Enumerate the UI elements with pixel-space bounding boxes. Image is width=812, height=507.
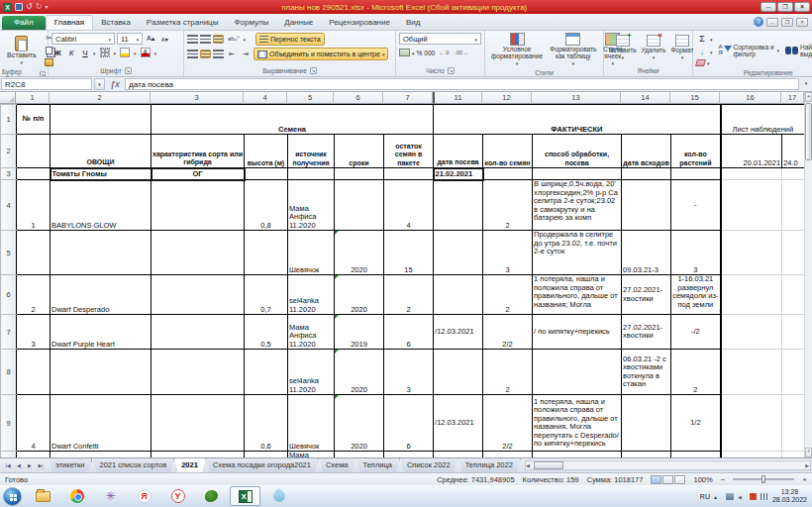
row-header[interactable]: 7 <box>1 315 17 350</box>
cell[interactable]: 09.03.21-3 <box>622 231 671 275</box>
cell[interactable] <box>782 180 804 231</box>
row-header[interactable]: 1 <box>1 105 17 135</box>
row-header[interactable]: 2 <box>1 135 17 168</box>
font-size-select[interactable]: 11 <box>117 33 143 45</box>
cell[interactable]: sel4anka 11.2020 <box>288 275 335 315</box>
dialog-launcher-icon[interactable] <box>125 67 132 74</box>
autosum-icon[interactable] <box>696 33 708 45</box>
column-header[interactable]: 1 <box>16 92 50 104</box>
bold-button[interactable]: Ж <box>51 47 63 58</box>
align-center-icon[interactable] <box>200 50 211 58</box>
align-top-icon[interactable] <box>187 35 198 44</box>
cell[interactable]: Семена <box>152 105 434 135</box>
action-center-icon[interactable] <box>750 493 757 500</box>
cell[interactable] <box>434 180 483 231</box>
page-layout-view-icon[interactable] <box>662 475 673 484</box>
cell[interactable]: 2/2 <box>483 395 533 452</box>
zoom-slider[interactable] <box>733 478 794 480</box>
cell[interactable] <box>434 350 483 395</box>
align-right-icon[interactable] <box>213 50 224 58</box>
cell[interactable]: / по кипятку+перекись <box>533 315 622 350</box>
cell[interactable]: источник получения <box>288 135 335 168</box>
cell[interactable] <box>721 395 782 452</box>
excel-app-icon[interactable]: X <box>3 3 12 12</box>
vertical-scrollbar[interactable] <box>804 92 812 457</box>
taskbar-greens-icon[interactable] <box>196 486 227 506</box>
formula-bar-expand-icon[interactable] <box>801 78 811 90</box>
cell[interactable] <box>533 168 622 180</box>
cell[interactable] <box>17 350 51 395</box>
align-bottom-icon[interactable] <box>213 35 224 44</box>
cell[interactable] <box>721 168 782 180</box>
italic-button[interactable]: К <box>65 47 77 58</box>
cell[interactable] <box>721 231 782 275</box>
vertical-scroll-thumb[interactable] <box>805 103 812 160</box>
scroll-right-icon[interactable] <box>805 462 809 468</box>
cell[interactable]: 0,7 <box>245 275 288 315</box>
cell[interactable]: 2 <box>483 275 533 315</box>
network-icon[interactable] <box>726 493 734 500</box>
font-color-icon[interactable] <box>141 48 151 57</box>
ribbon-tab[interactable]: Данные <box>276 16 321 30</box>
redo-icon[interactable] <box>36 2 43 12</box>
prev-sheet-icon[interactable] <box>14 462 24 468</box>
cell[interactable] <box>782 315 804 350</box>
cell[interactable]: 6 <box>384 395 434 452</box>
column-header[interactable]: 11 <box>433 92 482 104</box>
cell[interactable]: дата всходов <box>622 135 671 168</box>
sheet-tab[interactable]: Теплица <box>356 458 400 472</box>
fill-color-icon[interactable] <box>120 48 130 57</box>
zoom-slider-thumb[interactable] <box>761 475 765 483</box>
wrap-text-button[interactable]: Перенос текста <box>255 33 325 46</box>
cell[interactable]: 24.0 <box>782 135 804 168</box>
cell[interactable] <box>622 168 671 180</box>
clear-icon[interactable] <box>695 59 706 66</box>
cell[interactable]: 2 <box>671 350 721 395</box>
cell[interactable] <box>152 350 245 395</box>
cell[interactable]: -/2 <box>671 315 721 350</box>
cell[interactable] <box>622 395 671 452</box>
cell[interactable] <box>721 275 782 315</box>
cell[interactable] <box>51 350 152 395</box>
cell[interactable] <box>622 180 671 231</box>
scroll-down-icon[interactable] <box>805 448 812 457</box>
minimize-button[interactable] <box>761 2 776 12</box>
undo-icon[interactable] <box>26 2 33 12</box>
clock[interactable]: 13:28 28.03.2022 <box>772 488 807 504</box>
column-header[interactable]: 4 <box>244 92 287 104</box>
cell[interactable]: остаток семян в пакете <box>384 135 434 168</box>
cell[interactable] <box>152 231 245 275</box>
cell[interactable]: Мама Анфиса 11.2020 <box>288 315 335 350</box>
sheet-tab[interactable]: Схема <box>319 458 356 472</box>
sheet-tab[interactable]: 2021 список сортов <box>92 458 174 472</box>
horizontal-scroll-thumb[interactable] <box>534 461 563 469</box>
zoom-out-icon[interactable] <box>721 475 726 484</box>
cell[interactable] <box>51 231 152 275</box>
cell[interactable] <box>17 168 51 180</box>
borders-icon[interactable] <box>100 48 110 57</box>
cell[interactable]: 2/2 <box>483 315 533 350</box>
cell[interactable] <box>335 168 384 180</box>
cell[interactable]: /12.03.2021 <box>434 315 483 350</box>
chevron-down-icon[interactable] <box>134 49 137 57</box>
cell[interactable]: В шприце,0,5ч.вода, 20' хлоргексидин,2% … <box>533 180 622 231</box>
select-all-corner[interactable] <box>0 92 16 104</box>
cell[interactable]: 2 <box>483 350 533 395</box>
column-header[interactable]: 16 <box>720 92 781 104</box>
cell[interactable] <box>533 350 622 395</box>
help-icon[interactable] <box>754 17 763 27</box>
language-indicator[interactable]: RU <box>700 493 710 500</box>
cell[interactable]: /12.03.2021 <box>434 395 483 452</box>
last-sheet-icon[interactable] <box>36 462 46 468</box>
start-button[interactable] <box>3 487 22 506</box>
name-box-dropdown-icon[interactable] <box>94 78 105 90</box>
sheet-tab[interactable]: этикетки <box>49 458 92 472</box>
cell[interactable]: 4 <box>17 395 51 452</box>
cell[interactable] <box>782 395 804 452</box>
cell[interactable] <box>245 350 288 395</box>
cell[interactable] <box>721 315 782 350</box>
formula-input[interactable]: дата посева <box>125 78 799 90</box>
ribbon-tab[interactable]: Рецензирование <box>321 16 398 30</box>
font-family-select[interactable]: Calibri <box>51 33 115 45</box>
cell[interactable]: 1 потеряла, нашла и положила справа от п… <box>533 275 622 315</box>
